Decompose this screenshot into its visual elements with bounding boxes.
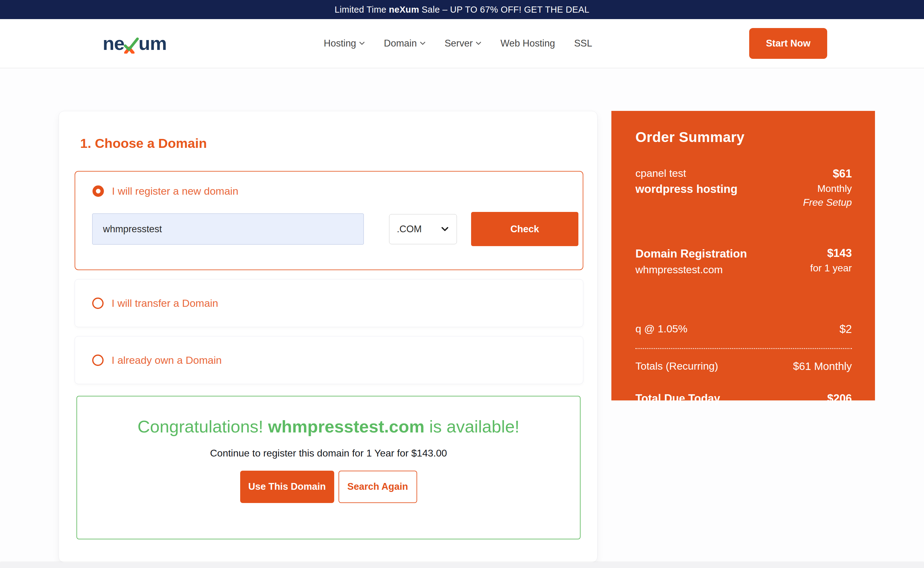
register-new-domain-section: I will register a new domain .COM Check <box>74 171 583 270</box>
summary-total-due-row: Total Due Today $206 <box>635 392 852 405</box>
start-now-button[interactable]: Start Now <box>749 28 827 59</box>
nav-item-web-hosting[interactable]: Web Hosting <box>500 38 555 49</box>
availability-subtext: Continue to register this domain for 1 Y… <box>77 447 580 459</box>
totals-recurring-label: Totals (Recurring) <box>635 360 718 372</box>
order-summary-panel: Order Summary cpanel test wordpress host… <box>611 111 875 400</box>
item-note: Free Setup <box>803 196 852 210</box>
order-summary-title: Order Summary <box>635 129 852 145</box>
use-this-domain-button[interactable]: Use This Domain <box>240 471 334 503</box>
choose-domain-card: 1. Choose a Domain I will register a new… <box>59 111 597 562</box>
item-name-line1: Domain Registration <box>635 246 747 262</box>
main-nav: Hosting Domain Server Web Hosting SSL <box>324 19 592 68</box>
tld-select[interactable]: .COM <box>389 214 457 244</box>
nav-label: Web Hosting <box>500 38 555 49</box>
total-due-amount: $206 <box>827 392 852 405</box>
nav-label: Domain <box>384 38 417 49</box>
item-name-line2: whmpresstest.com <box>635 262 747 277</box>
domain-search-row: .COM Check <box>92 212 579 246</box>
check-availability-button[interactable]: Check <box>471 212 579 246</box>
summary-item-hosting: cpanel test wordpress hosting $61 Monthl… <box>635 166 852 209</box>
availability-heading-prefix: Congratulations! <box>138 417 268 436</box>
select-chevron-icon <box>441 227 448 231</box>
option-label: I already own a Domain <box>112 354 222 366</box>
chevron-down-icon <box>420 42 426 45</box>
option-transfer-domain[interactable]: I will transfer a Domain <box>74 279 583 327</box>
item-price: $61 <box>803 166 852 182</box>
nav-item-domain[interactable]: Domain <box>384 38 426 49</box>
tld-selected-value: .COM <box>397 224 422 235</box>
chevron-down-icon <box>359 42 365 45</box>
availability-heading: Congratulations! whmpresstest.com is ava… <box>128 414 529 439</box>
sale-banner-prefix: Limited Time <box>335 5 386 15</box>
item-name-line1: cpanel test <box>635 166 738 181</box>
chevron-down-icon <box>476 42 481 45</box>
option-register-new-domain[interactable]: I will register a new domain <box>92 185 238 197</box>
sale-banner[interactable]: Limited Time neXum Sale – UP TO 67% OFF!… <box>0 0 924 19</box>
available-domain-name: whmpresstest.com <box>268 417 424 436</box>
logo-text-left: ne <box>103 34 124 53</box>
availability-result-box: Congratulations! whmpresstest.com is ava… <box>76 396 580 539</box>
option-own-domain[interactable]: I already own a Domain <box>74 336 583 384</box>
summary-item-domain-registration: Domain Registration whmpresstest.com $14… <box>635 246 852 277</box>
nav-label: Server <box>445 38 473 49</box>
nav-item-hosting[interactable]: Hosting <box>324 38 365 49</box>
totals-recurring-amount: $61 Monthly <box>793 360 852 372</box>
page-body: 1. Choose a Domain I will register a new… <box>0 69 924 568</box>
tax-amount: $2 <box>839 323 852 336</box>
nav-item-ssl[interactable]: SSL <box>574 38 592 49</box>
option-label: I will transfer a Domain <box>112 297 218 309</box>
summary-totals-recurring-row: Totals (Recurring) $61 Monthly <box>635 360 852 372</box>
logo-check-x-icon <box>123 36 139 54</box>
availability-heading-suffix: is available! <box>424 417 520 436</box>
nav-item-server[interactable]: Server <box>445 38 481 49</box>
radio-unselected-icon[interactable] <box>92 298 104 309</box>
nav-label: SSL <box>574 38 592 49</box>
nexum-logo[interactable]: ne um <box>103 34 167 53</box>
logo-text-right: um <box>138 34 167 53</box>
item-term: Monthly <box>803 182 852 196</box>
item-price: $143 <box>810 246 852 261</box>
summary-divider <box>635 348 852 349</box>
domain-name-input[interactable] <box>92 213 364 245</box>
availability-buttons: Use This Domain Search Again <box>77 471 580 503</box>
search-again-button[interactable]: Search Again <box>339 471 417 503</box>
tax-label: q @ 1.05% <box>635 323 688 336</box>
total-due-label: Total Due Today <box>635 392 720 405</box>
radio-selected-icon[interactable] <box>92 186 104 197</box>
summary-tax-row: q @ 1.05% $2 <box>635 323 852 336</box>
step-title: 1. Choose a Domain <box>80 136 207 151</box>
footer-strip <box>0 562 924 568</box>
sale-banner-brand: neXum <box>389 5 419 15</box>
sale-banner-suffix: Sale – UP TO 67% OFF! GET THE DEAL <box>421 5 589 15</box>
nav-label: Hosting <box>324 38 356 49</box>
site-header: ne um Hosting Domain Server Web Hosting … <box>0 19 924 68</box>
item-term: for 1 year <box>810 261 852 275</box>
item-name-line2: wordpress hosting <box>635 181 738 198</box>
radio-unselected-icon[interactable] <box>92 355 104 366</box>
option-label: I will register a new domain <box>112 185 238 197</box>
